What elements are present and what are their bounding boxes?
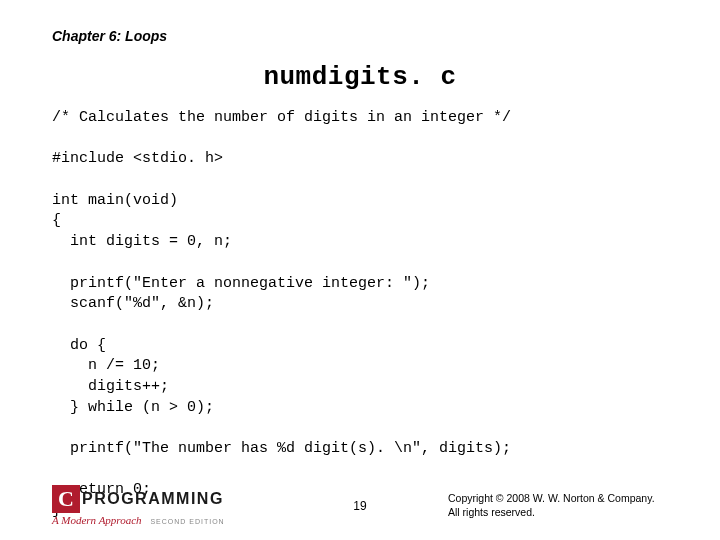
logo-text: PROGRAMMING (82, 491, 224, 507)
page-number: 19 (353, 499, 366, 513)
footer: C PROGRAMMING A Modern Approach SECOND E… (52, 485, 668, 526)
logo-subtitle: A Modern Approach SECOND EDITION (52, 515, 225, 526)
code-block: /* Calculates the number of digits in an… (52, 108, 668, 522)
copyright-text: Copyright © 2008 W. W. Norton & Company.… (448, 492, 668, 519)
logo-top-row: C PROGRAMMING (52, 485, 225, 513)
chapter-heading: Chapter 6: Loops (52, 28, 668, 44)
logo-c-icon: C (52, 485, 80, 513)
logo-edition: SECOND EDITION (150, 518, 224, 525)
slide-title: numdigits. c (52, 62, 668, 92)
logo-sub-text: A Modern Approach (52, 514, 142, 526)
book-logo: C PROGRAMMING A Modern Approach SECOND E… (52, 485, 225, 526)
